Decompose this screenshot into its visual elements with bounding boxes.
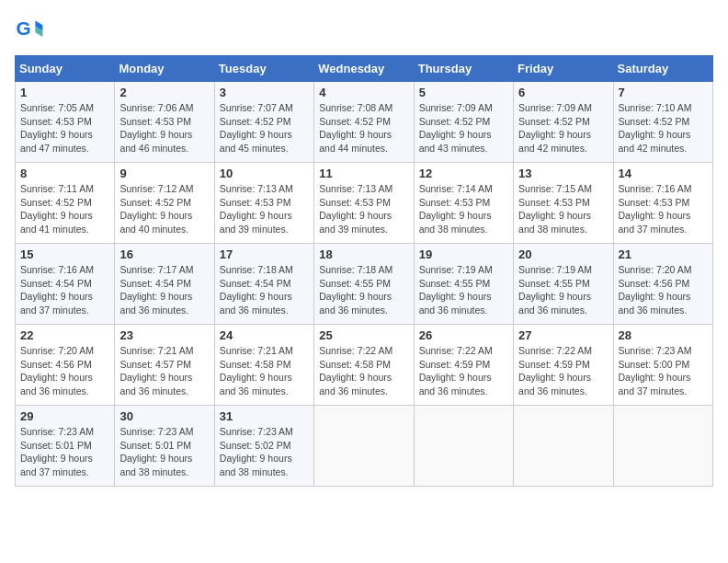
logo: G <box>15 15 48 44</box>
calendar-cell: 17 Sunrise: 7:18 AM Sunset: 4:54 PM Dayl… <box>214 244 313 325</box>
calendar-cell: 5 Sunrise: 7:09 AM Sunset: 4:52 PM Dayli… <box>414 82 513 163</box>
calendar-cell: 30 Sunrise: 7:23 AM Sunset: 5:01 PM Dayl… <box>115 406 214 487</box>
calendar-cell: 28 Sunrise: 7:23 AM Sunset: 5:00 PM Dayl… <box>613 325 712 406</box>
day-number: 15 <box>20 247 109 261</box>
day-number: 1 <box>20 86 109 99</box>
day-info: Sunrise: 7:06 AM Sunset: 4:53 PM Dayligh… <box>119 101 209 155</box>
calendar-cell <box>514 406 613 487</box>
day-info: Sunrise: 7:05 AM Sunset: 4:53 PM Dayligh… <box>20 101 109 155</box>
header-wednesday: Wednesday <box>314 56 414 82</box>
day-number: 26 <box>419 328 508 342</box>
day-info: Sunrise: 7:09 AM Sunset: 4:52 PM Dayligh… <box>419 101 508 155</box>
day-number: 12 <box>419 167 508 180</box>
day-info: Sunrise: 7:23 AM Sunset: 5:00 PM Dayligh… <box>619 344 708 398</box>
day-number: 17 <box>220 247 309 261</box>
day-number: 18 <box>319 247 408 261</box>
day-number: 14 <box>619 167 708 180</box>
svg-text:G: G <box>17 17 31 39</box>
calendar-cell: 6 Sunrise: 7:09 AM Sunset: 4:52 PM Dayli… <box>514 82 613 163</box>
day-info: Sunrise: 7:13 AM Sunset: 4:53 PM Dayligh… <box>319 182 408 236</box>
calendar-cell: 10 Sunrise: 7:13 AM Sunset: 4:53 PM Dayl… <box>214 163 313 244</box>
day-info: Sunrise: 7:21 AM Sunset: 4:58 PM Dayligh… <box>220 344 309 398</box>
calendar-cell: 31 Sunrise: 7:23 AM Sunset: 5:02 PM Dayl… <box>214 406 313 487</box>
day-info: Sunrise: 7:19 AM Sunset: 4:55 PM Dayligh… <box>419 263 508 317</box>
header-saturday: Saturday <box>613 56 712 82</box>
day-info: Sunrise: 7:11 AM Sunset: 4:52 PM Dayligh… <box>20 182 109 236</box>
calendar-cell: 24 Sunrise: 7:21 AM Sunset: 4:58 PM Dayl… <box>214 325 313 406</box>
calendar-week-row: 8 Sunrise: 7:11 AM Sunset: 4:52 PM Dayli… <box>16 163 713 244</box>
calendar-table: Sunday Monday Tuesday Wednesday Thursday… <box>15 55 713 487</box>
day-info: Sunrise: 7:22 AM Sunset: 4:59 PM Dayligh… <box>419 344 508 398</box>
calendar-cell: 23 Sunrise: 7:21 AM Sunset: 4:57 PM Dayl… <box>115 325 214 406</box>
day-info: Sunrise: 7:22 AM Sunset: 4:59 PM Dayligh… <box>518 344 608 398</box>
calendar-cell: 13 Sunrise: 7:15 AM Sunset: 4:53 PM Dayl… <box>514 163 613 244</box>
calendar-cell <box>613 406 712 487</box>
day-info: Sunrise: 7:07 AM Sunset: 4:52 PM Dayligh… <box>220 101 309 155</box>
header-monday: Monday <box>115 56 214 82</box>
day-number: 28 <box>619 328 708 342</box>
day-number: 24 <box>220 328 309 342</box>
calendar-cell: 9 Sunrise: 7:12 AM Sunset: 4:52 PM Dayli… <box>115 163 214 244</box>
day-info: Sunrise: 7:08 AM Sunset: 4:52 PM Dayligh… <box>319 101 408 155</box>
day-info: Sunrise: 7:17 AM Sunset: 4:54 PM Dayligh… <box>119 263 209 317</box>
day-header-row: Sunday Monday Tuesday Wednesday Thursday… <box>16 56 713 82</box>
header-thursday: Thursday <box>414 56 513 82</box>
day-info: Sunrise: 7:20 AM Sunset: 4:56 PM Dayligh… <box>619 263 708 317</box>
day-number: 25 <box>319 328 408 342</box>
day-number: 7 <box>619 86 708 99</box>
day-number: 21 <box>619 247 708 261</box>
day-number: 30 <box>119 409 209 423</box>
day-number: 20 <box>518 247 608 261</box>
calendar-cell: 14 Sunrise: 7:16 AM Sunset: 4:53 PM Dayl… <box>613 163 712 244</box>
day-number: 23 <box>119 328 209 342</box>
calendar-cell: 19 Sunrise: 7:19 AM Sunset: 4:55 PM Dayl… <box>414 244 513 325</box>
day-info: Sunrise: 7:23 AM Sunset: 5:01 PM Dayligh… <box>20 425 109 479</box>
day-info: Sunrise: 7:23 AM Sunset: 5:02 PM Dayligh… <box>220 425 309 479</box>
day-info: Sunrise: 7:16 AM Sunset: 4:53 PM Dayligh… <box>619 182 708 236</box>
calendar-cell: 7 Sunrise: 7:10 AM Sunset: 4:52 PM Dayli… <box>613 82 712 163</box>
calendar-cell <box>414 406 513 487</box>
day-info: Sunrise: 7:14 AM Sunset: 4:53 PM Dayligh… <box>419 182 508 236</box>
calendar-week-row: 15 Sunrise: 7:16 AM Sunset: 4:54 PM Dayl… <box>16 244 713 325</box>
calendar-cell <box>314 406 414 487</box>
calendar-week-row: 1 Sunrise: 7:05 AM Sunset: 4:53 PM Dayli… <box>16 82 713 163</box>
day-number: 5 <box>419 86 508 99</box>
day-number: 19 <box>419 247 508 261</box>
day-number: 11 <box>319 167 408 180</box>
day-number: 6 <box>518 86 608 99</box>
calendar-cell: 2 Sunrise: 7:06 AM Sunset: 4:53 PM Dayli… <box>115 82 214 163</box>
day-info: Sunrise: 7:19 AM Sunset: 4:55 PM Dayligh… <box>518 263 608 317</box>
calendar-cell: 22 Sunrise: 7:20 AM Sunset: 4:56 PM Dayl… <box>16 325 115 406</box>
day-number: 31 <box>220 409 309 423</box>
calendar-week-row: 29 Sunrise: 7:23 AM Sunset: 5:01 PM Dayl… <box>16 406 713 487</box>
day-info: Sunrise: 7:09 AM Sunset: 4:52 PM Dayligh… <box>518 101 608 155</box>
day-number: 2 <box>119 86 209 99</box>
header: G <box>15 15 713 44</box>
day-info: Sunrise: 7:18 AM Sunset: 4:55 PM Dayligh… <box>319 263 408 317</box>
calendar-cell: 29 Sunrise: 7:23 AM Sunset: 5:01 PM Dayl… <box>16 406 115 487</box>
calendar-cell: 4 Sunrise: 7:08 AM Sunset: 4:52 PM Dayli… <box>314 82 414 163</box>
calendar-cell: 26 Sunrise: 7:22 AM Sunset: 4:59 PM Dayl… <box>414 325 513 406</box>
calendar-cell: 18 Sunrise: 7:18 AM Sunset: 4:55 PM Dayl… <box>314 244 414 325</box>
day-number: 29 <box>20 409 109 423</box>
day-number: 3 <box>220 86 309 99</box>
calendar-cell: 3 Sunrise: 7:07 AM Sunset: 4:52 PM Dayli… <box>214 82 313 163</box>
calendar-week-row: 22 Sunrise: 7:20 AM Sunset: 4:56 PM Dayl… <box>16 325 713 406</box>
day-info: Sunrise: 7:15 AM Sunset: 4:53 PM Dayligh… <box>518 182 608 236</box>
day-number: 16 <box>119 247 209 261</box>
day-number: 8 <box>20 167 109 180</box>
day-info: Sunrise: 7:10 AM Sunset: 4:52 PM Dayligh… <box>619 101 708 155</box>
day-info: Sunrise: 7:22 AM Sunset: 4:58 PM Dayligh… <box>319 344 408 398</box>
logo-icon: G <box>15 15 44 44</box>
calendar-cell: 1 Sunrise: 7:05 AM Sunset: 4:53 PM Dayli… <box>16 82 115 163</box>
calendar-cell: 8 Sunrise: 7:11 AM Sunset: 4:52 PM Dayli… <box>16 163 115 244</box>
calendar-cell: 20 Sunrise: 7:19 AM Sunset: 4:55 PM Dayl… <box>514 244 613 325</box>
calendar-cell: 12 Sunrise: 7:14 AM Sunset: 4:53 PM Dayl… <box>414 163 513 244</box>
day-number: 10 <box>220 167 309 180</box>
day-number: 13 <box>518 167 608 180</box>
calendar-cell: 16 Sunrise: 7:17 AM Sunset: 4:54 PM Dayl… <box>115 244 214 325</box>
header-sunday: Sunday <box>16 56 115 82</box>
day-info: Sunrise: 7:16 AM Sunset: 4:54 PM Dayligh… <box>20 263 109 317</box>
calendar-cell: 21 Sunrise: 7:20 AM Sunset: 4:56 PM Dayl… <box>613 244 712 325</box>
day-info: Sunrise: 7:13 AM Sunset: 4:53 PM Dayligh… <box>220 182 309 236</box>
